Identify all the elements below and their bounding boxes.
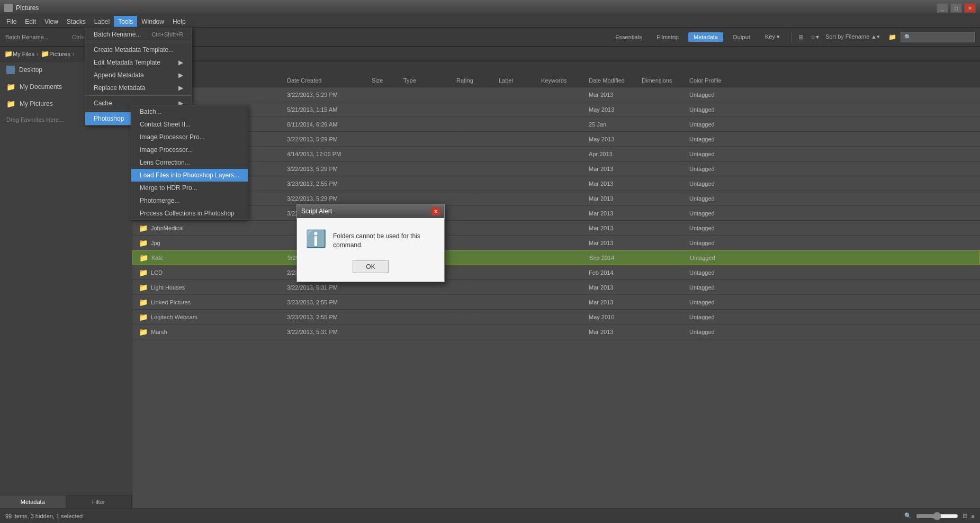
menu-label[interactable]: Label <box>90 16 114 27</box>
row-date-created: 3/22/2013, 5:29 PM <box>285 135 370 143</box>
row-date-created: 3/22/2013, 5:29 PM <box>285 194 370 203</box>
row-keywords <box>540 257 587 259</box>
row-rating: · · · · · <box>454 91 497 98</box>
th-dimensions[interactable]: Dimensions <box>640 76 687 85</box>
breadcrumb-folder-icon: 📁 <box>4 50 13 58</box>
menu-help[interactable]: Help <box>168 16 190 27</box>
row-dimensions <box>640 242 687 244</box>
table-row[interactable]: 📁 frog 3/22/2013, 5:29 PM · · · · · Mar … <box>132 87 980 102</box>
grid-view-btn[interactable]: ⊞ <box>963 512 967 519</box>
row-color-profile: Untagged <box>688 254 741 262</box>
submenu-contact-sheet[interactable]: Contact Sheet II... <box>131 118 248 131</box>
row-rating: · · · · · <box>454 299 497 305</box>
workspace-output[interactable]: Output <box>727 32 756 42</box>
batch-rename-label: Batch Rename... <box>5 34 49 40</box>
table-row[interactable]: 📁 Linked Pictures 3/23/2013, 2:55 PM · ·… <box>132 295 980 310</box>
menu-edit[interactable]: Edit <box>21 16 40 27</box>
th-date-created[interactable]: Date Created <box>285 76 370 85</box>
search-input[interactable] <box>901 32 975 42</box>
dialog-ok-button[interactable]: OK <box>353 260 388 273</box>
submenu-merge-hdr[interactable]: Merge to HDR Pro... <box>131 182 248 194</box>
menu-item-batch-rename[interactable]: Batch Rename... Ctrl+Shift+R <box>85 28 192 41</box>
th-label[interactable]: Label <box>497 76 539 85</box>
menu-tools[interactable]: Tools <box>114 16 137 27</box>
row-type <box>401 109 454 111</box>
table-row[interactable]: 📁 IEsnapshot 3/23/2013, 2:55 PM · · · · … <box>132 176 980 191</box>
row-dimensions <box>640 123 687 125</box>
row-type <box>401 138 454 140</box>
submenu-image-processor[interactable]: Image Processor... <box>131 143 248 156</box>
table-row[interactable]: 📁 lad 5/21/2013, 1:15 AM · · · · · May 2… <box>132 102 980 117</box>
menu-item-append-metadata[interactable]: Append Metadata ▶ <box>85 69 192 82</box>
table-row[interactable]: 📁 John 3/22/2013, 5:29 PM · · · · · Mar … <box>132 206 980 221</box>
row-label <box>497 138 539 140</box>
table-row[interactable]: 📁 Kate 9/25/2014, 8:32 PM · · · · · Sep … <box>132 250 980 265</box>
submenu-image-processor-pro[interactable]: Image Processor Pro... <box>131 131 248 143</box>
menu-stacks[interactable]: Stacks <box>62 16 90 27</box>
submenu-process-collections[interactable]: Process Collections in Photoshop <box>131 207 248 220</box>
content-tab-bar: Content <box>132 61 980 74</box>
menu-file[interactable]: File <box>2 16 21 27</box>
table-row[interactable]: 📁 img_003 8/11/2014, 6:26 AM · · · · · 2… <box>132 117 980 132</box>
folder-create-icon[interactable]: 📁 <box>888 33 896 41</box>
row-dimensions <box>640 168 687 170</box>
row-keywords <box>539 153 587 155</box>
workspace-essentials[interactable]: Essentials <box>610 32 647 42</box>
minimize-button[interactable]: _ <box>937 3 948 13</box>
row-label <box>497 183 539 185</box>
workspace-key[interactable]: Key ▾ <box>760 32 785 42</box>
row-size <box>370 123 401 125</box>
sort-icon[interactable]: ☆▾ <box>810 33 819 41</box>
table-row[interactable]: 📁 img_005 4/14/2013, 12:06 PM · · · · · … <box>132 147 980 161</box>
table-row[interactable]: 📁 Jimmy 3/22/2013, 5:29 PM · · · · · Mar… <box>132 191 980 206</box>
row-size <box>370 168 401 170</box>
th-date-modified[interactable]: Date Modified <box>587 76 640 85</box>
zoom-slider[interactable] <box>916 512 958 520</box>
table-row[interactable]: 📁 JohnMedical · · · · · Mar 2013 Untagge… <box>132 221 980 236</box>
menu-item-replace-metadata[interactable]: Replace Metadata ▶ <box>85 82 192 94</box>
breadcrumb-sep-2: › <box>73 50 75 58</box>
breadcrumb-myfiles[interactable]: My Files <box>13 51 34 57</box>
tab-metadata[interactable]: Metadata <box>0 495 66 508</box>
row-dimensions <box>640 138 687 140</box>
sort-filename-label[interactable]: Sort by Filename ▲▾ <box>825 33 880 40</box>
th-keywords[interactable]: Keywords <box>539 76 587 85</box>
table-row[interactable]: 📁 Marsh 3/22/2013, 5:31 PM · · · · · Mar… <box>132 324 980 339</box>
menu-item-create-metadata[interactable]: Create Metadata Template... <box>85 43 192 56</box>
th-type[interactable]: Type <box>401 76 454 85</box>
table-row[interactable]: 📁 img_006 3/22/2013, 5:29 PM · · · · · M… <box>132 161 980 176</box>
table-row[interactable]: 📁 Light Houses 3/22/2013, 5:31 PM · · · … <box>132 280 980 295</box>
menu-window[interactable]: Window <box>137 16 168 27</box>
table-row[interactable]: 📁 LCD 2/23/2014, 10:34 PM · · · · · Feb … <box>132 265 980 280</box>
row-label <box>497 301 539 303</box>
folder-icon-row: 📁 <box>139 239 148 247</box>
workspace-metadata[interactable]: Metadata <box>688 32 723 42</box>
row-date-modified: Mar 2013 <box>587 328 640 336</box>
submenu-lens-correction[interactable]: Lens Correction... <box>131 156 248 169</box>
row-type <box>401 153 454 155</box>
tab-filter[interactable]: Filter <box>66 495 132 508</box>
menu-view[interactable]: View <box>40 16 62 27</box>
submenu-load-files[interactable]: Load Files into Photoshop Layers... <box>131 169 248 182</box>
row-date-modified: Mar 2013 <box>587 224 640 232</box>
table-row[interactable]: 📁 Jpg · · · · · Mar 2013 Untagged <box>132 236 980 250</box>
table-row[interactable]: 📁 Logitech Webcam 3/23/2013, 2:55 PM · ·… <box>132 310 980 324</box>
submenu-batch[interactable]: Batch... <box>131 105 248 118</box>
maximize-button[interactable]: □ <box>950 3 962 13</box>
menu-item-edit-metadata[interactable]: Edit Metadata Template ▶ <box>85 56 192 69</box>
list-view-btn[interactable]: ≡ <box>972 513 975 519</box>
th-color-profile[interactable]: Color Profile <box>687 76 740 85</box>
workspace-filmstrip[interactable]: Filmstrip <box>651 32 684 42</box>
row-rating: · · · · · <box>454 180 497 187</box>
submenu-photomerge[interactable]: Photomerge... <box>131 194 248 207</box>
row-size <box>370 286 401 288</box>
table-row[interactable]: 📁 img_004 3/22/2013, 5:29 PM · · · · · M… <box>132 132 980 147</box>
row-keywords <box>539 138 587 140</box>
th-rating[interactable]: Rating <box>454 76 497 85</box>
dialog-close-button[interactable]: ✕ <box>431 207 440 215</box>
row-color-profile: Untagged <box>687 298 740 306</box>
th-size[interactable]: Size <box>370 76 401 85</box>
breadcrumb-pictures[interactable]: Pictures <box>49 51 70 57</box>
grid-view-icon[interactable]: ⊞ <box>798 33 804 41</box>
close-button[interactable]: ✕ <box>964 3 976 13</box>
